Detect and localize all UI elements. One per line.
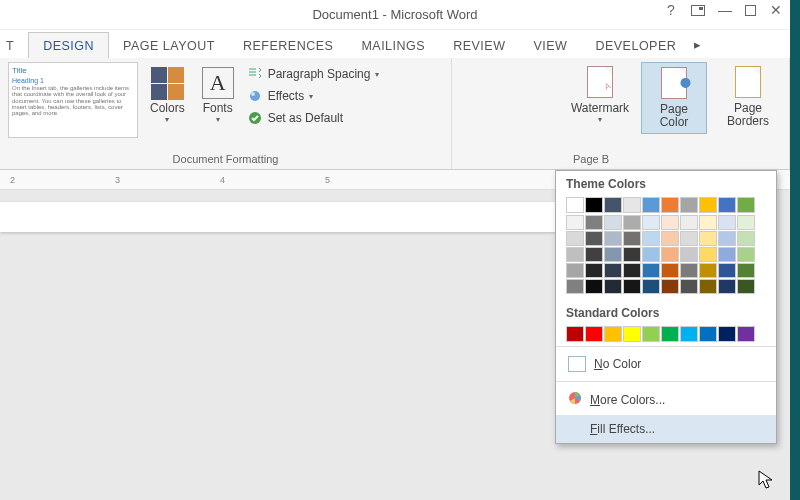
color-swatch[interactable] [699, 279, 717, 294]
watermark-button[interactable]: A Watermark ▾ [567, 62, 633, 128]
preview-heading: Heading 1 [12, 77, 134, 84]
color-swatch[interactable] [585, 263, 603, 278]
color-swatch[interactable] [623, 326, 641, 342]
color-swatch[interactable] [718, 263, 736, 278]
color-swatch[interactable] [718, 215, 736, 230]
color-swatch[interactable] [642, 279, 660, 294]
color-swatch[interactable] [661, 215, 679, 230]
color-swatch[interactable] [661, 247, 679, 262]
color-swatch[interactable] [566, 197, 584, 213]
color-swatch[interactable] [623, 263, 641, 278]
close-icon[interactable]: ✕ [768, 2, 784, 18]
color-swatch[interactable] [737, 326, 755, 342]
color-swatch[interactable] [566, 247, 584, 262]
maximize-icon[interactable] [745, 5, 756, 16]
color-swatch[interactable] [699, 231, 717, 246]
ribbon-display-icon[interactable] [691, 5, 705, 16]
color-swatch[interactable] [737, 247, 755, 262]
tab-mailings[interactable]: MAILINGS [347, 33, 439, 58]
tab-view[interactable]: VIEW [519, 33, 581, 58]
tab-developer[interactable]: DEVELOPER [581, 33, 690, 58]
fill-effects-item[interactable]: Fill Effects... [556, 415, 776, 443]
color-swatch[interactable] [718, 231, 736, 246]
color-swatch[interactable] [680, 247, 698, 262]
color-swatch[interactable] [642, 215, 660, 230]
color-swatch[interactable] [642, 247, 660, 262]
color-swatch[interactable] [585, 326, 603, 342]
color-swatch[interactable] [661, 231, 679, 246]
tab-review[interactable]: REVIEW [439, 33, 519, 58]
color-swatch[interactable] [661, 197, 679, 213]
color-swatch[interactable] [566, 326, 584, 342]
color-swatch[interactable] [718, 247, 736, 262]
color-swatch[interactable] [661, 263, 679, 278]
color-swatch[interactable] [642, 197, 660, 213]
color-swatch[interactable] [642, 263, 660, 278]
color-swatch[interactable] [737, 231, 755, 246]
color-swatch[interactable] [699, 197, 717, 213]
color-swatch[interactable] [585, 279, 603, 294]
tab-references[interactable]: REFERENCES [229, 33, 347, 58]
group-document-formatting: Title Heading 1 On the Insert tab, the g… [0, 58, 452, 169]
page-color-button[interactable]: Page Color [641, 62, 707, 134]
color-swatch[interactable] [585, 231, 603, 246]
color-swatch[interactable] [718, 197, 736, 213]
color-swatch[interactable] [718, 279, 736, 294]
tab-partial[interactable]: T [4, 33, 28, 58]
color-swatch[interactable] [604, 326, 622, 342]
color-swatch[interactable] [604, 247, 622, 262]
color-swatch[interactable] [566, 231, 584, 246]
tab-overflow-icon[interactable]: ▸ [690, 31, 706, 58]
color-swatch[interactable] [642, 326, 660, 342]
color-swatch[interactable] [718, 326, 736, 342]
colors-label: Colors [150, 102, 185, 115]
color-swatch[interactable] [699, 263, 717, 278]
style-set-preview[interactable]: Title Heading 1 On the Insert tab, the g… [8, 62, 138, 138]
color-swatch[interactable] [566, 215, 584, 230]
color-swatch[interactable] [680, 279, 698, 294]
color-swatch[interactable] [680, 263, 698, 278]
color-swatch[interactable] [680, 326, 698, 342]
color-swatch[interactable] [623, 231, 641, 246]
tab-page-layout[interactable]: PAGE LAYOUT [109, 33, 229, 58]
minimize-icon[interactable]: — [717, 2, 733, 18]
color-swatch[interactable] [623, 247, 641, 262]
effects-button[interactable]: Effects ▾ [247, 86, 380, 106]
page-borders-button[interactable]: Page Borders [715, 62, 781, 132]
more-colors-item[interactable]: More Colors... [556, 384, 776, 415]
help-icon[interactable]: ? [663, 2, 679, 18]
color-swatch[interactable] [604, 263, 622, 278]
color-swatch[interactable] [585, 197, 603, 213]
color-swatch[interactable] [566, 279, 584, 294]
color-swatch[interactable] [680, 197, 698, 213]
color-swatch[interactable] [623, 215, 641, 230]
no-color-item[interactable]: No Color [556, 349, 776, 379]
color-swatch[interactable] [737, 197, 755, 213]
color-swatch[interactable] [623, 197, 641, 213]
color-swatch[interactable] [604, 231, 622, 246]
color-swatch[interactable] [642, 231, 660, 246]
fonts-button[interactable]: A Fonts ▾ [197, 62, 239, 126]
paragraph-spacing-button[interactable]: Paragraph Spacing ▾ [247, 64, 380, 84]
color-swatch[interactable] [737, 215, 755, 230]
color-swatch[interactable] [737, 279, 755, 294]
color-swatch[interactable] [623, 279, 641, 294]
color-swatch[interactable] [566, 263, 584, 278]
color-swatch[interactable] [699, 247, 717, 262]
colors-icon [151, 67, 184, 100]
color-swatch[interactable] [585, 215, 603, 230]
color-swatch[interactable] [604, 197, 622, 213]
set-as-default-button[interactable]: Set as Default [247, 108, 380, 128]
color-swatch[interactable] [680, 231, 698, 246]
color-swatch[interactable] [604, 215, 622, 230]
color-swatch[interactable] [680, 215, 698, 230]
color-swatch[interactable] [699, 215, 717, 230]
tab-design[interactable]: DESIGN [28, 32, 109, 58]
color-swatch[interactable] [661, 279, 679, 294]
color-swatch[interactable] [661, 326, 679, 342]
color-swatch[interactable] [604, 279, 622, 294]
color-swatch[interactable] [737, 263, 755, 278]
color-swatch[interactable] [699, 326, 717, 342]
color-swatch[interactable] [585, 247, 603, 262]
colors-button[interactable]: Colors ▾ [146, 62, 189, 126]
